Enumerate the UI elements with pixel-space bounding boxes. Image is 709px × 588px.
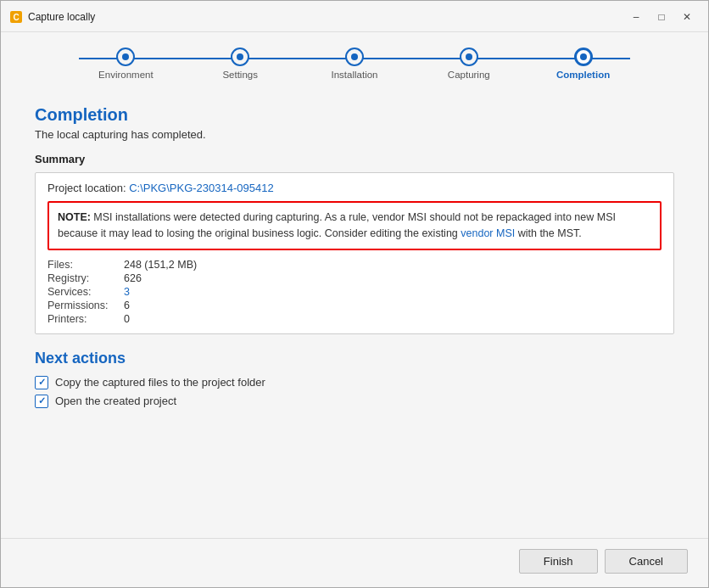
step-label-environment: Environment (98, 70, 154, 80)
window-controls: – □ ✕ (625, 8, 698, 26)
step-capturing: Capturing (411, 48, 526, 80)
checkmark-0: ✓ (38, 377, 46, 388)
step-label-settings: Settings (222, 70, 258, 80)
stat-value-0: 248 (151,2 MB) (124, 259, 662, 271)
app-icon: C (9, 10, 23, 24)
step-circle-installation (345, 48, 364, 66)
warning-suffix: with the MST. (515, 227, 582, 239)
step-label-capturing: Capturing (448, 70, 490, 80)
warning-box: NOTE: MSI installations were detected du… (47, 201, 662, 250)
checkboxes-container: ✓Copy the captured files to the project … (35, 376, 674, 408)
page-title: Completion (35, 105, 674, 125)
step-circle-environment (116, 48, 135, 66)
footer: Finish Cancel (1, 538, 708, 587)
checkbox-label-1: Open the created project (55, 395, 176, 407)
step-environment: Environment (69, 48, 183, 80)
cancel-button[interactable]: Cancel (605, 549, 688, 574)
step-completion: Completion (526, 48, 640, 80)
checkbox-row-1[interactable]: ✓Open the created project (35, 395, 674, 408)
step-circle-completion (574, 48, 593, 66)
checkbox-icon-0: ✓ (35, 376, 48, 389)
main-content: Completion The local capturing has compl… (1, 88, 708, 538)
step-installation: Installation (298, 48, 412, 80)
summary-box: Project location: C:\PKG\PKG-230314-0954… (35, 172, 674, 334)
stepper: Environment Settings Installation Captur… (69, 48, 640, 80)
vendor-msi-link[interactable]: vendor MSI (461, 227, 515, 239)
summary-label: Summary (35, 153, 674, 165)
stat-value-3: 6 (124, 300, 662, 311)
checkbox-icon-1: ✓ (35, 395, 48, 408)
project-location-link[interactable]: C:\PKG\PKG-230314-095412 (129, 182, 274, 194)
stat-label-0: Files: (47, 259, 124, 271)
stats-grid: Files:248 (151,2 MB)Registry:626Services… (47, 259, 662, 325)
subtitle: The local capturing has completed. (35, 128, 674, 141)
stat-label-2: Services: (47, 286, 124, 298)
step-label-installation: Installation (332, 70, 378, 80)
title-bar: C Capture locally – □ ✕ (1, 1, 708, 32)
project-location: Project location: C:\PKG\PKG-230314-0954… (47, 182, 662, 194)
stat-label-4: Printers: (47, 313, 124, 325)
step-circle-settings (231, 48, 249, 66)
stat-value-2: 3 (124, 286, 662, 298)
step-circle-capturing (460, 48, 478, 66)
stat-label-3: Permissions: (47, 300, 124, 311)
checkbox-label-0: Copy the captured files to the project f… (55, 376, 265, 389)
stat-label-1: Registry: (47, 272, 124, 284)
finish-button[interactable]: Finish (519, 549, 598, 574)
stat-value-4: 0 (124, 313, 662, 325)
maximize-button[interactable]: □ (650, 8, 673, 26)
next-actions-title: Next actions (35, 350, 674, 367)
warning-note: NOTE: (58, 211, 91, 223)
window-title: Capture locally (28, 11, 625, 23)
stepper-area: Environment Settings Installation Captur… (1, 32, 708, 88)
checkmark-1: ✓ (38, 395, 46, 406)
step-settings: Settings (183, 48, 298, 80)
stat-value-1: 626 (124, 272, 662, 284)
project-location-label: Project location: (47, 182, 126, 194)
svg-text:C: C (13, 13, 19, 22)
step-label-completion: Completion (556, 70, 610, 80)
close-button[interactable]: ✕ (676, 8, 698, 26)
checkbox-row-0[interactable]: ✓Copy the captured files to the project … (35, 376, 674, 389)
minimize-button[interactable]: – (625, 8, 647, 26)
main-window: C Capture locally – □ ✕ Environment Set (0, 0, 709, 588)
